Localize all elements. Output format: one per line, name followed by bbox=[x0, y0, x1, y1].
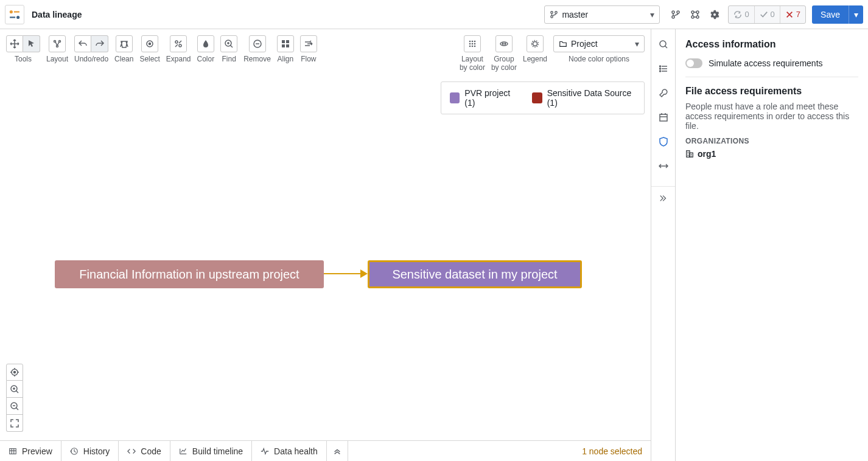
pan-tool[interactable] bbox=[6, 35, 23, 52]
svg-point-39 bbox=[533, 42, 537, 46]
caret-down-icon: ▾ bbox=[650, 10, 654, 19]
align-button[interactable] bbox=[277, 35, 294, 52]
shortcuts-button[interactable] bbox=[687, 6, 704, 23]
svg-point-8 bbox=[677, 11, 679, 13]
lineage-canvas[interactable]: Tools Layout Undo/redo Clean Select Expa… bbox=[0, 29, 651, 461]
settings-button[interactable] bbox=[706, 6, 723, 23]
branch-select[interactable]: master ▾ bbox=[544, 5, 660, 24]
svg-point-48 bbox=[659, 68, 660, 69]
svg-rect-44 bbox=[10, 448, 16, 454]
tab-build-timeline[interactable]: Build timeline bbox=[170, 441, 252, 461]
tab-history[interactable]: History bbox=[61, 441, 119, 461]
zoom-in-button[interactable] bbox=[6, 381, 23, 398]
svg-point-18 bbox=[149, 43, 151, 45]
svg-point-35 bbox=[474, 46, 476, 47]
rail-collapse[interactable] bbox=[651, 186, 675, 203]
list-button[interactable] bbox=[654, 62, 673, 75]
app-header: Data lineage master ▾ 0 0 7 Save ▾ bbox=[0, 0, 868, 29]
legend-swatch bbox=[532, 92, 542, 103]
layout-by-color-button[interactable] bbox=[464, 35, 481, 52]
bottom-tabs: Preview History Code Build timeline Data… bbox=[0, 440, 651, 461]
node-color-select[interactable]: Project ▾ bbox=[553, 35, 645, 52]
simulate-toggle[interactable] bbox=[685, 58, 702, 68]
tab-data-health[interactable]: Data health bbox=[252, 441, 327, 461]
zoom-controls bbox=[6, 364, 23, 432]
edge-arrow-head bbox=[360, 269, 368, 278]
x-icon bbox=[785, 10, 794, 19]
save-button[interactable]: Save ▾ bbox=[812, 5, 863, 24]
svg-rect-52 bbox=[690, 153, 693, 157]
app-logo[interactable] bbox=[5, 5, 24, 24]
selection-status: 1 node selected bbox=[582, 446, 642, 456]
caret-down-icon: ▾ bbox=[635, 39, 639, 49]
svg-point-37 bbox=[502, 43, 503, 44]
svg-point-10 bbox=[691, 11, 694, 13]
svg-point-16 bbox=[57, 46, 58, 47]
check-icon bbox=[760, 10, 768, 19]
svg-rect-3 bbox=[10, 16, 15, 18]
find-button[interactable] bbox=[220, 35, 237, 52]
search-button[interactable] bbox=[654, 38, 673, 51]
redo-button[interactable] bbox=[91, 35, 108, 52]
svg-point-30 bbox=[469, 43, 471, 45]
legend-button[interactable] bbox=[527, 35, 544, 52]
org-label: ORGANIZATIONS bbox=[685, 137, 858, 145]
svg-point-31 bbox=[472, 43, 474, 45]
svg-point-19 bbox=[175, 41, 178, 43]
width-button[interactable] bbox=[654, 159, 673, 173]
lineage-node-upstream[interactable]: Financial Information in upstream projec… bbox=[55, 260, 324, 288]
branches-button[interactable] bbox=[667, 6, 684, 23]
layout-button[interactable] bbox=[49, 35, 66, 52]
svg-point-49 bbox=[659, 71, 660, 72]
svg-point-47 bbox=[659, 66, 660, 67]
svg-point-0 bbox=[10, 10, 13, 13]
tabs-collapse[interactable] bbox=[327, 441, 348, 461]
expand-button[interactable] bbox=[170, 35, 187, 52]
group-by-color-button[interactable] bbox=[495, 35, 513, 52]
svg-point-32 bbox=[474, 43, 476, 45]
save-dropdown[interactable]: ▾ bbox=[849, 5, 863, 24]
legend-item: Sensitive Data Source (1) bbox=[532, 88, 635, 108]
error-status[interactable]: 7 bbox=[780, 6, 805, 23]
lineage-node-selected[interactable]: Sensitive dataset in my project bbox=[368, 260, 582, 288]
svg-point-13 bbox=[696, 16, 699, 18]
legend-swatch bbox=[450, 92, 460, 103]
wrench-button[interactable] bbox=[654, 86, 673, 100]
clean-button[interactable] bbox=[116, 35, 133, 52]
sync-status[interactable]: 0 bbox=[729, 6, 754, 23]
svg-point-36 bbox=[500, 42, 508, 46]
calendar-button[interactable] bbox=[654, 111, 673, 124]
svg-point-5 bbox=[555, 11, 558, 13]
svg-rect-25 bbox=[282, 44, 285, 47]
right-panel: Access information Simulate access requi… bbox=[676, 29, 868, 461]
flow-button[interactable] bbox=[300, 35, 317, 52]
select-tool[interactable] bbox=[23, 35, 40, 52]
tab-code[interactable]: Code bbox=[119, 441, 170, 461]
svg-rect-1 bbox=[14, 11, 19, 12]
org-item: org1 bbox=[685, 149, 858, 159]
remove-button[interactable] bbox=[249, 35, 266, 52]
svg-point-11 bbox=[696, 11, 699, 13]
undo-button[interactable] bbox=[74, 35, 91, 52]
edge-arrow bbox=[324, 273, 362, 274]
right-toolbar: Layout by color Group by color Legend Pr… bbox=[460, 35, 645, 72]
history-icon bbox=[70, 447, 79, 456]
color-button[interactable] bbox=[197, 35, 214, 52]
code-icon bbox=[127, 447, 136, 456]
sync-icon bbox=[733, 10, 742, 19]
ok-status[interactable]: 0 bbox=[754, 6, 780, 23]
shield-button[interactable] bbox=[654, 135, 673, 148]
tab-preview[interactable]: Preview bbox=[0, 441, 61, 461]
zoom-out-button[interactable] bbox=[6, 398, 23, 415]
svg-point-2 bbox=[16, 15, 19, 18]
file-access-title: File access requirements bbox=[685, 86, 858, 97]
svg-rect-50 bbox=[660, 114, 667, 121]
select-button[interactable] bbox=[141, 35, 158, 52]
status-group: 0 0 7 bbox=[728, 5, 806, 24]
org-icon bbox=[685, 150, 694, 158]
simulate-label: Simulate access requirements bbox=[709, 58, 823, 68]
fit-button[interactable] bbox=[6, 415, 23, 432]
branch-name: master bbox=[562, 10, 588, 19]
locate-button[interactable] bbox=[6, 364, 23, 381]
table-icon bbox=[9, 447, 17, 456]
